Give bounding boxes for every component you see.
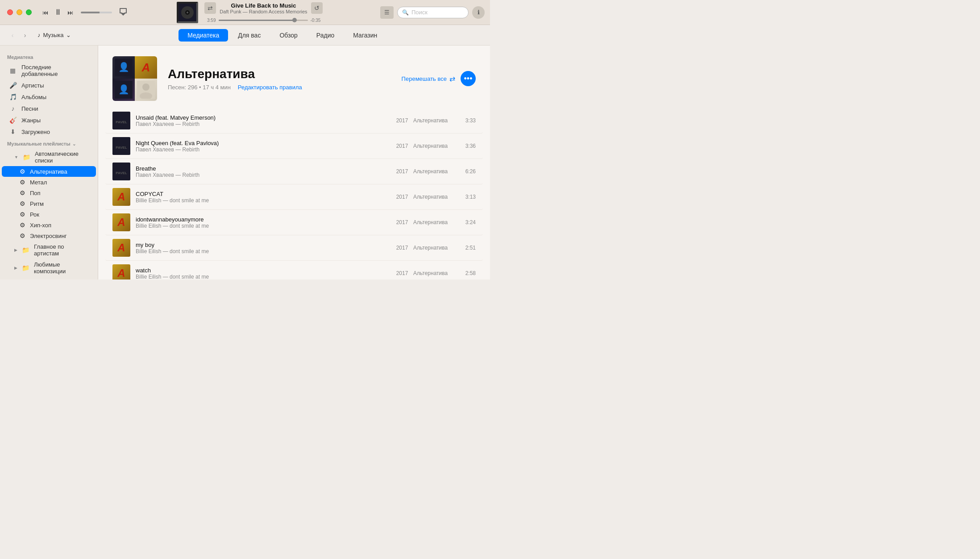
tab-radio[interactable]: Радио bbox=[307, 29, 343, 42]
song-playlist: Альтернатива bbox=[413, 117, 458, 124]
chevron-down-icon: ⌄ bbox=[72, 142, 76, 146]
sidebar-item-downloaded[interactable]: ⬇ Загружено bbox=[2, 126, 96, 138]
sidebar-folder-favorites[interactable]: ▶ 📁 Любимые композиции bbox=[2, 259, 96, 277]
sidebar-item-electroswing[interactable]: ⚙ Электросвинг bbox=[2, 230, 96, 241]
music-note-icon: ♪ bbox=[37, 32, 41, 38]
sidebar-item-rhythm[interactable]: ⚙ Ритм bbox=[2, 198, 96, 209]
rewind-button[interactable]: ⏮ bbox=[42, 9, 49, 16]
sidebar-item-alternativa[interactable]: ⚙ Альтернатива bbox=[2, 166, 96, 177]
svg-text:👤: 👤 bbox=[118, 84, 129, 95]
song-playlist: Альтернатива bbox=[413, 219, 458, 225]
song-artist: Павел Хвалеев — Rebirth bbox=[136, 146, 391, 153]
back-button[interactable]: ‹ bbox=[7, 30, 18, 41]
folder-icon: 📁 bbox=[23, 154, 30, 161]
more-options-button[interactable]: ••• bbox=[461, 71, 476, 86]
edit-rules-link[interactable]: Редактировать правила bbox=[238, 84, 302, 91]
sidebar-item-genres[interactable]: 🎸 Жанры bbox=[2, 114, 96, 126]
song-art: A bbox=[112, 213, 130, 231]
selector-label: Музыка bbox=[43, 32, 64, 38]
track-name: Give Life Back to Music bbox=[231, 2, 296, 9]
song-art: A bbox=[112, 188, 130, 206]
traffic-lights bbox=[0, 9, 39, 15]
shuffle-all-button[interactable]: Перемешать все ⇄ bbox=[402, 75, 455, 83]
playback-controls: ⏮ ⏸ ⏭ bbox=[39, 8, 131, 17]
sidebar-item-albums[interactable]: 🎵 Альбомы bbox=[2, 91, 96, 103]
sidebar-folder-auto-lists[interactable]: ▼ 📁 Автоматические списки bbox=[2, 148, 96, 166]
sidebar-item-pop[interactable]: ⚙ Поп bbox=[2, 188, 96, 198]
sidebar-item-label: Альбомы bbox=[21, 94, 46, 100]
song-playlist: Альтернатива bbox=[413, 245, 458, 251]
search-placeholder: Поиск bbox=[411, 9, 428, 16]
table-row[interactable]: A my boy Billie Eilish — dont smile at m… bbox=[105, 235, 483, 261]
forward-button[interactable]: › bbox=[20, 30, 30, 41]
progress-bar[interactable] bbox=[219, 20, 308, 21]
playlist-label: Поп bbox=[30, 190, 41, 196]
song-art: PAVEL bbox=[112, 137, 130, 155]
airplay-button[interactable] bbox=[119, 8, 127, 17]
sidebar-item-recent[interactable]: ▦ Последние добавленные bbox=[2, 62, 96, 79]
track-artist: Daft Punk — Random Access Memories bbox=[220, 9, 307, 14]
sidebar-item-rock[interactable]: ⚙ Рок bbox=[2, 209, 96, 220]
song-playlist: Альтернатива bbox=[413, 270, 458, 276]
tab-store[interactable]: Магазин bbox=[344, 29, 386, 42]
songs-icon: ♪ bbox=[9, 105, 17, 112]
song-artist: Billie Eilish — dont smile at me bbox=[136, 248, 391, 254]
notification-button[interactable]: ℹ bbox=[472, 6, 485, 19]
music-selector[interactable]: ♪ Музыка ⌄ bbox=[37, 32, 71, 38]
song-art: PAVEL bbox=[112, 112, 130, 129]
playlist-label: Рок bbox=[30, 211, 39, 218]
gear-icon: ⚙ bbox=[20, 232, 25, 239]
list-view-button[interactable]: ☰ bbox=[380, 6, 394, 19]
time-remaining: -0:35 bbox=[311, 18, 324, 23]
fullscreen-button[interactable] bbox=[26, 9, 32, 15]
song-art: A bbox=[112, 264, 130, 280]
song-list: PAVEL Unsaid (feat. Matvey Emerson) Паве… bbox=[98, 108, 490, 280]
playlists-section-label[interactable]: Музыкальные плейлисты ⌄ bbox=[0, 138, 98, 148]
tab-library[interactable]: Медиатека bbox=[179, 29, 228, 42]
sidebar-folder-by-artists[interactable]: ▶ 📁 Главное по артистам bbox=[2, 241, 96, 259]
nav-arrows: ‹ › bbox=[7, 30, 30, 41]
table-row[interactable]: A idontwannabeyouanymore Billie Eilish —… bbox=[105, 210, 483, 235]
sidebar-item-artists[interactable]: 🎤 Артисты bbox=[2, 79, 96, 91]
tab-for-you[interactable]: Для вас bbox=[229, 29, 270, 42]
song-duration: 3:33 bbox=[458, 117, 476, 124]
table-row[interactable]: A watch Billie Eilish — dont smile at me… bbox=[105, 261, 483, 280]
table-row[interactable]: PAVEL Breathe Павел Хвалеев — Rebirth 20… bbox=[105, 159, 483, 184]
playlist-title: Альтернатива bbox=[168, 67, 391, 81]
pause-button[interactable]: ⏸ bbox=[54, 8, 62, 17]
song-duration: 3:13 bbox=[458, 194, 476, 200]
playlist-info: Альтернатива Песен: 296 • 17 ч 4 мин Ред… bbox=[168, 67, 391, 91]
svg-point-3 bbox=[187, 12, 188, 13]
sidebar-item-hiphop[interactable]: ⚙ Хип-хоп bbox=[2, 220, 96, 230]
song-details: watch Billie Eilish — dont smile at me bbox=[136, 267, 391, 280]
shuffle-button[interactable]: ⇄ bbox=[204, 2, 216, 14]
close-button[interactable] bbox=[7, 9, 13, 15]
minimize-button[interactable] bbox=[17, 9, 22, 15]
table-row[interactable]: PAVEL Night Queen (feat. Eva Pavlova) Па… bbox=[105, 133, 483, 159]
sidebar-item-label: Артисты bbox=[21, 82, 44, 89]
tab-browse[interactable]: Обзор bbox=[270, 29, 306, 42]
song-name: Unsaid (feat. Matvey Emerson) bbox=[136, 114, 391, 121]
nav-tabs: Медиатека Для вас Обзор Радио Магазин bbox=[82, 29, 483, 42]
album-art-thumbnail bbox=[177, 2, 198, 23]
sidebar-item-metal[interactable]: ⚙ Метал bbox=[2, 177, 96, 188]
song-name: Breathe bbox=[136, 165, 391, 172]
song-artist: Billie Eilish — dont smile at me bbox=[136, 197, 391, 204]
repeat-button[interactable]: ↺ bbox=[311, 2, 323, 14]
now-playing-area: ⇄ Give Life Back to Music Daft Punk — Ra… bbox=[131, 2, 375, 23]
gear-icon: ⚙ bbox=[20, 200, 25, 207]
main-content: Медиатека ▦ Последние добавленные 🎤 Арти… bbox=[0, 46, 490, 280]
playlist-label: Ритм bbox=[30, 200, 44, 207]
selector-arrow-icon: ⌄ bbox=[66, 32, 71, 38]
ellipsis-icon: ••• bbox=[464, 74, 473, 83]
table-row[interactable]: A COPYCAT Billie Eilish — dont smile at … bbox=[105, 184, 483, 210]
sidebar-folder-unnamed[interactable]: 📁 Папка без названия bbox=[2, 277, 96, 280]
volume-slider[interactable] bbox=[81, 12, 112, 13]
search-box[interactable]: 🔍 Поиск bbox=[397, 7, 469, 18]
time-elapsed: 3:59 bbox=[203, 18, 216, 23]
svg-text:PAVEL: PAVEL bbox=[116, 171, 127, 175]
fastforward-button[interactable]: ⏭ bbox=[67, 9, 74, 16]
table-row[interactable]: PAVEL Unsaid (feat. Matvey Emerson) Паве… bbox=[105, 108, 483, 133]
sidebar-item-songs[interactable]: ♪ Песни bbox=[2, 103, 96, 114]
song-details: Unsaid (feat. Matvey Emerson) Павел Хвал… bbox=[136, 114, 391, 127]
